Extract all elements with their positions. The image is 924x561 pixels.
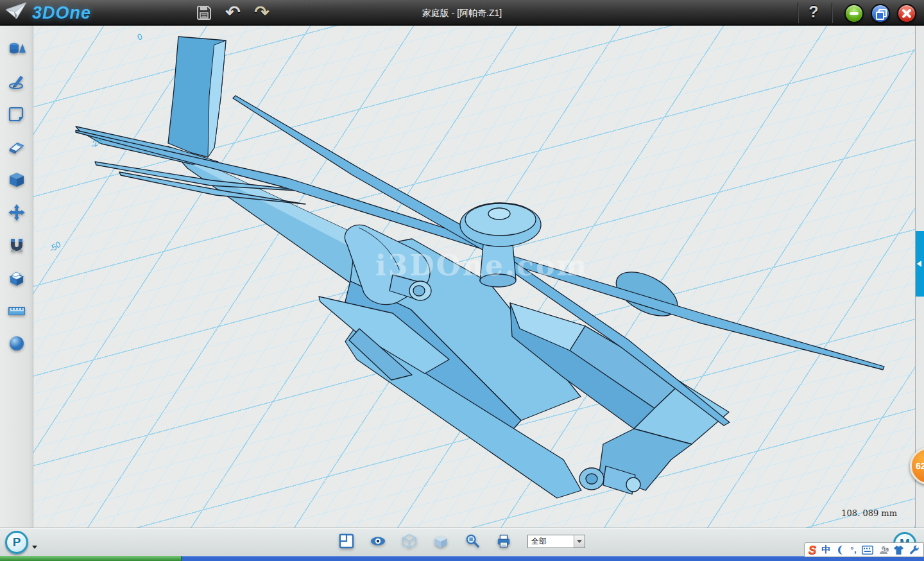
- watermark: i3DOne.com: [375, 249, 588, 282]
- primitives-solid-icon: [8, 40, 26, 58]
- punctuation-icon[interactable]: °,: [850, 543, 857, 557]
- promo-badge-text: 62: [916, 461, 924, 471]
- restore-button[interactable]: [871, 4, 890, 23]
- filter-value: 全部: [528, 536, 574, 547]
- titlebar: 3DOne ↶ ↷ 家庭版 - [阿帕奇.Z1] ?: [0, 0, 924, 26]
- titlebar-divider: [798, 3, 798, 23]
- sketch-plane-icon: [8, 105, 26, 123]
- material-sphere-icon: [8, 334, 26, 352]
- close-button[interactable]: [897, 4, 916, 23]
- ime-toolbar: S 中 °, 19: [804, 542, 924, 557]
- visibility-eye-button[interactable]: [370, 533, 386, 549]
- pattern-p-button[interactable]: P: [5, 531, 28, 554]
- sidebar-item-material[interactable]: [7, 334, 26, 353]
- sogou-logo-icon[interactable]: S: [809, 543, 817, 557]
- measure-ruler-icon: [8, 302, 26, 320]
- soft-keyboard-icon[interactable]: [862, 543, 873, 557]
- brand-name: 3DOne: [32, 3, 91, 23]
- settings-wrench-icon[interactable]: [909, 543, 920, 557]
- window-title: 家庭版 - [阿帕奇.Z1]: [422, 0, 502, 26]
- panel-expand-tab[interactable]: [916, 231, 924, 297]
- wireframe-cube-button[interactable]: [402, 533, 417, 549]
- tool-sidebar: [0, 26, 33, 528]
- paper-plane-icon: [5, 2, 28, 24]
- zoom-search-button[interactable]: [465, 533, 480, 549]
- sidebar-item-sketch[interactable]: [7, 72, 26, 91]
- help-button[interactable]: ?: [805, 3, 823, 23]
- move-transform-icon: [8, 203, 26, 221]
- p-dropdown-caret[interactable]: [32, 546, 37, 549]
- sidebar-item-primitives[interactable]: [7, 39, 26, 58]
- save-button[interactable]: [195, 4, 213, 22]
- sidebar-item-magnet[interactable]: [7, 236, 26, 255]
- chinese-mode-icon[interactable]: 中: [821, 543, 830, 557]
- sidebar-item-measure[interactable]: [7, 301, 26, 320]
- chevron-down-icon: [577, 540, 582, 543]
- feature-cube-icon: [8, 171, 26, 189]
- moon-mode-icon[interactable]: [835, 543, 846, 557]
- sidebar-item-eraser-edit[interactable]: [7, 137, 26, 157]
- profile-icon[interactable]: 19: [878, 543, 889, 557]
- redo-button[interactable]: ↷: [253, 4, 271, 22]
- view-layout-button[interactable]: [339, 533, 354, 549]
- profile-badge: 19: [883, 548, 889, 552]
- shaded-cube-button[interactable]: [433, 533, 449, 549]
- sketch-pen-icon: [8, 73, 26, 91]
- sidebar-item-sketch-plane[interactable]: [7, 105, 26, 124]
- chevron-left-icon: [917, 261, 921, 267]
- app-logo: 3DOne: [5, 2, 91, 24]
- minimize-button[interactable]: [844, 4, 864, 23]
- display-filter-dropdown[interactable]: 全部: [527, 535, 585, 548]
- skin-tshirt-icon[interactable]: [893, 543, 904, 557]
- magnet-assembly-icon: [8, 236, 26, 254]
- sidebar-item-feature-cube[interactable]: [7, 170, 26, 189]
- print-button[interactable]: [496, 533, 511, 549]
- bottom-toolbar: P: [0, 528, 924, 556]
- sidebar-item-move[interactable]: [7, 203, 26, 222]
- combine-box-icon: [8, 269, 26, 287]
- undo-button[interactable]: ↶: [224, 4, 242, 22]
- titlebar-divider: [832, 3, 832, 23]
- start-button-segment[interactable]: [0, 556, 182, 561]
- sidebar-item-combine[interactable]: [7, 268, 26, 288]
- dropdown-arrow-button[interactable]: [574, 535, 585, 548]
- eraser-edit-icon: [8, 138, 26, 156]
- 3d-viewport[interactable]: 0 -25 -50 i3DOne.com 108. 089 mm: [0, 26, 924, 528]
- dimension-readout: 108. 089 mm: [841, 508, 897, 518]
- os-taskbar: [0, 556, 924, 561]
